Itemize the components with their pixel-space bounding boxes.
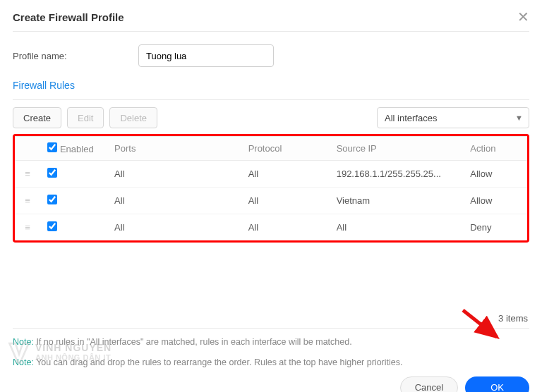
profile-name-row: Profile name:	[13, 44, 529, 67]
note-1: Note: If no rules in "All interfaces" ar…	[13, 336, 529, 349]
firewall-rules-heading: Firewall Rules	[13, 80, 529, 91]
drag-handle-icon[interactable]: ≡	[25, 222, 30, 233]
toolbar: Create Edit Delete All interfaces ▼	[13, 107, 529, 128]
row-protocol: All	[241, 214, 330, 241]
note-label: Note:	[13, 337, 34, 347]
dialog-footer: Cancel OK	[13, 376, 529, 393]
row-action: Allow	[463, 188, 527, 214]
close-icon[interactable]: ✕	[517, 10, 529, 24]
row-ports: All	[107, 188, 241, 214]
row-action: Allow	[463, 161, 527, 188]
row-source: All	[330, 214, 464, 241]
edit-button: Edit	[67, 107, 104, 128]
row-enabled-checkbox[interactable]	[47, 195, 57, 204]
row-enabled-checkbox[interactable]	[47, 168, 57, 178]
action-header[interactable]: Action	[463, 137, 527, 161]
divider	[13, 31, 529, 32]
chevron-down-icon: ▼	[515, 114, 523, 122]
table-row[interactable]: ≡AllAllAllDeny	[15, 214, 527, 241]
create-button[interactable]: Create	[13, 107, 61, 128]
row-enabled-checkbox[interactable]	[47, 221, 57, 231]
select-all-checkbox[interactable]	[47, 142, 57, 152]
row-source: Vietnam	[330, 188, 464, 214]
drag-handle-icon[interactable]: ≡	[25, 195, 30, 206]
divider	[13, 328, 529, 329]
row-ports: All	[107, 214, 241, 241]
enabled-header-label: Enabled	[60, 144, 94, 154]
note-text-2: You can drag and drop the rules to rearr…	[36, 357, 402, 367]
row-ports: All	[107, 161, 241, 188]
note-text-1: If no rules in "All interfaces" are matc…	[36, 337, 351, 347]
table-row[interactable]: ≡AllAll192.168.1.1/255.255.25...Allow	[15, 161, 527, 188]
source-header[interactable]: Source IP	[330, 137, 464, 161]
protocol-header[interactable]: Protocol	[241, 137, 330, 161]
profile-name-input[interactable]	[138, 44, 274, 67]
row-protocol: All	[241, 161, 330, 188]
dialog-title: Create Firewall Profile	[13, 11, 124, 23]
row-protocol: All	[241, 188, 330, 214]
table-header-row: Enabled Ports Protocol Source IP Action	[15, 137, 527, 161]
cancel-button[interactable]: Cancel	[400, 376, 458, 393]
divider	[13, 99, 529, 100]
rules-table: Enabled Ports Protocol Source IP Action …	[15, 136, 527, 240]
note-2: Note: You can drag and drop the rules to…	[13, 356, 529, 369]
row-source: 192.168.1.1/255.255.25...	[330, 161, 464, 188]
drag-handle-icon[interactable]: ≡	[25, 169, 30, 179]
rules-table-highlight: Enabled Ports Protocol Source IP Action …	[13, 134, 529, 243]
drag-header	[15, 137, 40, 161]
item-count: 3 items	[13, 313, 528, 324]
profile-name-label: Profile name:	[13, 51, 138, 61]
enabled-header[interactable]: Enabled	[40, 137, 107, 161]
interface-select-value: All interfaces	[385, 113, 437, 123]
delete-button: Delete	[109, 107, 157, 128]
ok-button[interactable]: OK	[465, 376, 529, 393]
row-action: Deny	[463, 214, 527, 241]
interface-select[interactable]: All interfaces ▼	[377, 107, 529, 128]
table-row[interactable]: ≡AllAllVietnamAllow	[15, 188, 527, 214]
note-label: Note:	[13, 357, 34, 367]
ports-header[interactable]: Ports	[107, 137, 241, 161]
